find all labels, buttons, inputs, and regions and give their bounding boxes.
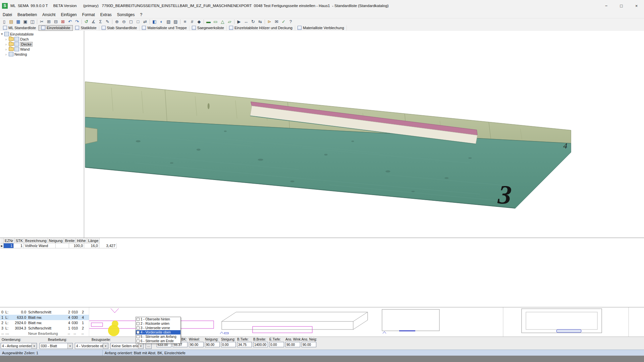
chevron-down-icon[interactable]: ▼ xyxy=(67,343,72,349)
operation-row[interactable]: -- --- Neue Bearbeitung -- -- -- xyxy=(0,331,89,336)
move-icon[interactable]: ↔ xyxy=(243,18,250,25)
new-document-icon[interactable]: ▯ xyxy=(1,18,8,25)
checkbox[interactable] xyxy=(137,335,140,338)
delete-icon[interactable]: ⊠ xyxy=(59,18,66,25)
zoom-in-icon[interactable]: ⊕ xyxy=(113,18,120,25)
tab-stab-standardliste[interactable]: Stab Standardliste xyxy=(99,25,140,31)
edit-icon[interactable]: ✎ xyxy=(104,18,111,25)
mirror-icon[interactable]: ⇆ xyxy=(257,18,264,25)
grid-icon[interactable]: # xyxy=(189,18,196,25)
menu-bearbeiten[interactable]: Bearbeiten xyxy=(15,12,40,18)
tab-materialliste-und-treppe[interactable]: Materialliste und Treppe xyxy=(140,25,189,31)
table-header-cell[interactable]: Länge xyxy=(87,238,100,243)
checkbox[interactable] xyxy=(137,318,140,321)
bezugsseite-select[interactable]: 4 - Vorderseite oben ▼ xyxy=(75,343,108,349)
copy-icon[interactable]: ⊞ xyxy=(45,18,52,25)
tab-ml-standardliste[interactable]: ML Standardliste xyxy=(1,25,39,31)
select-icon[interactable]: ▶ xyxy=(235,18,243,25)
cell-stk[interactable]: 1 xyxy=(14,243,24,248)
tree-item-nesting[interactable]: › Nesting xyxy=(0,52,84,57)
numeric-input[interactable] xyxy=(221,342,236,347)
zoom-out-icon[interactable]: ⊖ xyxy=(120,18,127,25)
cell-bezeichnung[interactable]: Vollholz Wand xyxy=(24,243,56,248)
close-button[interactable]: × xyxy=(629,0,644,11)
numeric-input[interactable] xyxy=(237,342,252,347)
checkbox[interactable] xyxy=(137,326,140,329)
orientierung-select[interactable]: 4 - Anfang orientiert ▼ xyxy=(1,343,37,349)
side-option-2[interactable]: 2 - Rückseite unten xyxy=(136,321,180,326)
operation-row[interactable]: 1 L: 633.0 Blatt nw. 4 030 4 xyxy=(0,315,89,320)
menu-format[interactable]: Format xyxy=(79,12,98,18)
toolbar-separator[interactable] xyxy=(36,18,38,25)
side-option-4[interactable]: 4 - Vorderseite oben xyxy=(136,330,180,335)
checkbox[interactable] xyxy=(137,340,140,343)
preview-3d-wireframe[interactable] xyxy=(222,312,368,329)
view-shaded-icon[interactable]: ◐ xyxy=(158,18,165,25)
cut-icon[interactable]: ✂ xyxy=(38,18,45,25)
side-option-3[interactable]: 3 - Unterseite vorne xyxy=(136,326,180,330)
toolbar-separator[interactable] xyxy=(179,18,181,25)
view-texture-icon[interactable]: ▨ xyxy=(172,18,179,25)
table-header-cell[interactable]: STK xyxy=(15,238,24,243)
redo-icon[interactable]: ↷ xyxy=(73,18,80,25)
open-project-icon[interactable]: ▤ xyxy=(8,18,15,25)
menu-sonstiges[interactable]: Sonstiges xyxy=(114,12,138,18)
numeric-input[interactable] xyxy=(302,342,316,347)
operation-row[interactable]: 2 L: 2924.0 Blatt nw. 4 030 1 xyxy=(0,320,89,325)
chevron-down-icon[interactable]: ▼ xyxy=(138,343,143,349)
sum-icon[interactable]: Σ xyxy=(97,18,104,25)
toolbar-separator[interactable] xyxy=(111,18,113,25)
table-header-cell[interactable]: Höhe xyxy=(76,238,87,243)
numeric-input[interactable] xyxy=(269,342,284,347)
cell-laenge[interactable]: 3,427 xyxy=(99,243,117,248)
menu-datei[interactable]: Datei xyxy=(0,12,15,18)
insert-wall-icon[interactable]: ▭ xyxy=(212,18,219,25)
menu-extras[interactable]: Extras xyxy=(98,12,114,18)
tab-einzelstabliste[interactable]: Einzelstabliste xyxy=(39,25,73,31)
chevron-down-icon[interactable]: ▼ xyxy=(32,343,37,349)
print-icon[interactable]: ▣ xyxy=(22,18,29,25)
check-icon[interactable]: ✓ xyxy=(280,18,287,25)
preview-face-view[interactable] xyxy=(522,309,602,333)
checkbox[interactable] xyxy=(137,322,140,325)
cell-eznr[interactable]: 1 xyxy=(4,243,14,248)
side-option-6[interactable]: 6 - Stirnseite am Ende xyxy=(136,339,180,343)
side-option-1[interactable]: 1 - Oberseite hinten xyxy=(136,317,180,321)
refresh-icon[interactable]: ↺ xyxy=(83,18,90,25)
save-icon[interactable]: ▦ xyxy=(15,18,22,25)
cell-hoehe[interactable]: 16,0 xyxy=(84,243,99,248)
numeric-input[interactable] xyxy=(205,342,220,347)
insert-roof-icon[interactable]: △ xyxy=(219,18,226,25)
maximize-button[interactable]: □ xyxy=(614,0,629,11)
tab-saegewerksliste[interactable]: Saegewerksliste xyxy=(190,25,227,31)
cell-neigung[interactable] xyxy=(56,243,69,248)
settings-icon[interactable]: ◆ xyxy=(196,18,203,25)
table-header-cell[interactable]: Breite xyxy=(64,238,76,243)
expander-icon[interactable]: › xyxy=(5,47,9,51)
zoom-window-icon[interactable]: ◻ xyxy=(127,18,135,25)
table-row[interactable]: ▶ 1 1 Vollholz Wand 100,0 16,0 3,427 xyxy=(0,243,117,248)
rotate-icon[interactable]: ↻ xyxy=(250,18,257,25)
expander-icon[interactable]: › xyxy=(5,52,9,56)
tab-materialliste-verblechung[interactable]: Materialliste Verblechung xyxy=(295,25,347,31)
send-list-icon[interactable]: ✉ xyxy=(273,18,280,25)
toolbar-separator[interactable] xyxy=(264,18,266,25)
preview-side-view[interactable] xyxy=(382,309,439,334)
tab-statikliste[interactable]: Statikliste xyxy=(73,25,99,31)
expander-icon[interactable]: › xyxy=(5,37,9,41)
toolbar-separator[interactable] xyxy=(203,18,205,25)
toolbar-separator[interactable] xyxy=(233,18,235,25)
numeric-input[interactable] xyxy=(189,342,204,347)
minimize-button[interactable]: − xyxy=(599,0,614,11)
operation-row[interactable]: 3 L: 3034.3 Schifterschnitt 1 010 2 xyxy=(0,325,89,331)
tree-item-decke[interactable]: › Decke xyxy=(0,42,84,47)
view-3d-icon[interactable]: ◧ xyxy=(151,18,158,25)
side-option-5[interactable]: 5 - Stirnseite am Anfang xyxy=(136,335,180,339)
tree-item-einzelstabliste[interactable]: ▾ Einzelstabliste xyxy=(0,32,84,37)
numeric-input[interactable] xyxy=(285,342,300,347)
view-wireframe-icon[interactable]: ▧ xyxy=(165,18,172,25)
help-icon[interactable]: ? xyxy=(287,18,294,25)
operation-row[interactable]: 0 L: 0.0 Schifterschnitt 2 010 2 xyxy=(0,309,89,315)
measure-icon[interactable]: ∡ xyxy=(90,18,97,25)
toolbar-separator[interactable] xyxy=(149,18,151,25)
